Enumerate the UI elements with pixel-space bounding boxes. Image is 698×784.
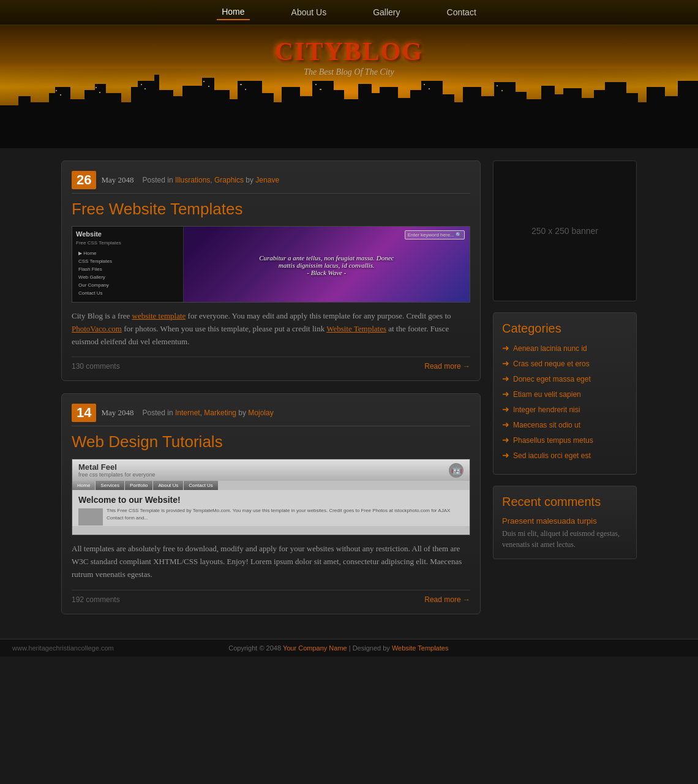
arrow-icon-7: ➜: [502, 435, 509, 445]
svg-rect-68: [0, 136, 698, 148]
post-1-comments: 130 comments: [72, 362, 120, 371]
site-title: CITYBLOG: [275, 37, 423, 66]
svg-rect-65: [429, 88, 430, 89]
post-1-cat-2[interactable]: Graphics: [214, 176, 244, 184]
footer-copyright: Copyright © 2048 Your Company Name | Des…: [114, 644, 563, 652]
post-2: 14 May 2048 Posted in Internet, Marketin…: [61, 393, 481, 614]
post-1-link-2[interactable]: PhotoVaco.com: [72, 324, 122, 333]
post-1-read-more[interactable]: Read more: [424, 362, 470, 371]
post-1-footer: 130 comments Read more: [72, 356, 470, 371]
main-nav: Home About Us Gallery Contact: [0, 0, 698, 26]
sidebar-recent-title: Recent comments: [502, 495, 628, 509]
arrow-icon-1: ➜: [502, 343, 509, 353]
sidebar-cat-link-5[interactable]: Integer hendrerit nisi: [513, 405, 580, 414]
post-2-meta: 14 May 2048 Posted in Internet, Marketin…: [72, 404, 470, 426]
footer-template-link[interactable]: Website Templates: [392, 644, 449, 652]
svg-rect-61: [245, 89, 246, 90]
sidebar-cat-item-8: ➜ Sed iaculis orci eget est: [502, 450, 628, 461]
footer-company-link[interactable]: Your Company Name: [283, 644, 347, 652]
post-1-author[interactable]: Jenave: [255, 176, 279, 184]
nav-contact[interactable]: Contact: [442, 5, 481, 20]
svg-rect-53: [60, 94, 61, 96]
post-2-body: All templates are absolutely free to dow…: [72, 543, 470, 581]
sidebar-cat-link-8[interactable]: Sed iaculis orci eget est: [513, 451, 591, 460]
site-header: CITYBLOG The Best Blog Of The City: [0, 26, 698, 148]
svg-rect-62: [315, 84, 317, 85]
nav-about[interactable]: About Us: [287, 5, 332, 20]
arrow-icon-3: ➜: [502, 374, 509, 384]
arrow-icon-4: ➜: [502, 389, 509, 399]
cityscape-image: [0, 69, 698, 148]
post-1-meta-text: Posted in Illusrations, Graphics by Jena…: [143, 176, 279, 184]
sidebar-cat-item-2: ➜ Cras sed neque et eros: [502, 358, 628, 369]
sidebar-categories-title: Categories: [502, 322, 628, 336]
post-2-comments: 192 comments: [72, 595, 120, 604]
svg-rect-64: [424, 84, 425, 85]
post-2-meta-text: Posted in Internet, Marketing by Mojolay: [143, 409, 274, 417]
main-content: 26 May 2048 Posted in Illusrations, Grap…: [61, 160, 481, 627]
sidebar-banner: 250 x 250 banner: [493, 160, 637, 301]
sidebar-categories: Categories ➜ Aenean lacinia nunc id ➜ Cr…: [493, 312, 637, 475]
sidebar-cat-link-1[interactable]: Aenean lacinia nunc id: [513, 344, 587, 353]
post-2-image: Metal Feelfree css templates for everyon…: [72, 459, 470, 535]
sidebar-cat-item-3: ➜ Donec eget massa eget: [502, 374, 628, 384]
main-wrapper: 26 May 2048 Posted in Illusrations, Grap…: [61, 148, 637, 639]
post-1-title: Free Website Templates: [72, 200, 470, 219]
post-1-meta: 26 May 2048 Posted in Illusrations, Grap…: [72, 171, 470, 194]
svg-rect-67: [501, 90, 503, 91]
sidebar-cat-item-7: ➜ Phasellus tempus metus: [502, 435, 628, 445]
post-2-footer: 192 comments Read more: [72, 590, 470, 604]
sidebar-cat-item-5: ➜ Integer hendrerit nisi: [502, 404, 628, 415]
svg-rect-60: [240, 84, 242, 85]
recent-comment-text: Duis mi elit, aliquet id euismod egestas…: [502, 528, 628, 550]
svg-rect-57: [144, 88, 146, 89]
svg-rect-58: [203, 81, 205, 82]
svg-rect-56: [141, 84, 142, 85]
sidebar-cat-link-3[interactable]: Donec eget massa eget: [513, 375, 591, 383]
svg-rect-63: [320, 89, 321, 90]
post-1-date-month: May 2048: [101, 175, 133, 185]
site-footer: www.heritagechristiancollege.com Copyrig…: [0, 639, 698, 657]
sidebar: 250 x 250 banner Categories ➜ Aenean lac…: [493, 160, 637, 627]
post-1-body: City Blog is a free website template for…: [72, 310, 470, 348]
post-1-date-num: 26: [72, 171, 96, 189]
svg-rect-59: [208, 86, 209, 87]
nav-home[interactable]: Home: [217, 4, 249, 20]
post-1-cat-1[interactable]: Illusrations: [175, 176, 210, 184]
post-2-author[interactable]: Mojolay: [248, 409, 273, 417]
post-2-title: Web Design Tutorials: [72, 432, 470, 451]
svg-rect-55: [99, 92, 100, 93]
svg-rect-66: [497, 85, 498, 86]
sidebar-cat-link-6[interactable]: Maecenas sit odio ut: [513, 421, 580, 429]
post-1-link-3[interactable]: Website Templates: [326, 324, 386, 333]
post-1: 26 May 2048 Posted in Illusrations, Grap…: [61, 160, 481, 381]
svg-rect-54: [96, 87, 97, 88]
post-1-link-1[interactable]: website template: [132, 311, 186, 320]
nav-gallery[interactable]: Gallery: [368, 5, 405, 20]
sidebar-cat-item-1: ➜ Aenean lacinia nunc id: [502, 343, 628, 353]
post-2-date-num: 14: [72, 404, 96, 422]
sidebar-cat-link-4[interactable]: Etiam eu velit sapien: [513, 390, 581, 399]
post-2-cat-1[interactable]: Internet: [175, 409, 200, 417]
footer-url: www.heritagechristiancollege.com: [12, 644, 114, 652]
post-2-read-more[interactable]: Read more: [424, 595, 470, 604]
arrow-icon-2: ➜: [502, 358, 509, 369]
post-1-image: Website Free CSS Templates ▶ Home CSS Te…: [72, 226, 470, 303]
post-2-date-month: May 2048: [101, 408, 133, 418]
recent-comment-title: Praesent malesuada turpis: [502, 516, 628, 526]
sidebar-recent-comments: Recent comments Praesent malesuada turpi…: [493, 486, 637, 559]
sidebar-cat-link-2[interactable]: Cras sed neque et eros: [513, 360, 590, 368]
svg-rect-52: [56, 90, 57, 91]
sidebar-cat-link-7[interactable]: Phasellus tempus metus: [513, 436, 593, 445]
arrow-icon-8: ➜: [502, 450, 509, 461]
sidebar-cat-item-6: ➜ Maecenas sit odio ut: [502, 420, 628, 430]
arrow-icon-5: ➜: [502, 404, 509, 415]
sidebar-cat-item-4: ➜ Etiam eu velit sapien: [502, 389, 628, 399]
post-2-cat-2[interactable]: Marketing: [204, 409, 236, 417]
arrow-icon-6: ➜: [502, 420, 509, 430]
